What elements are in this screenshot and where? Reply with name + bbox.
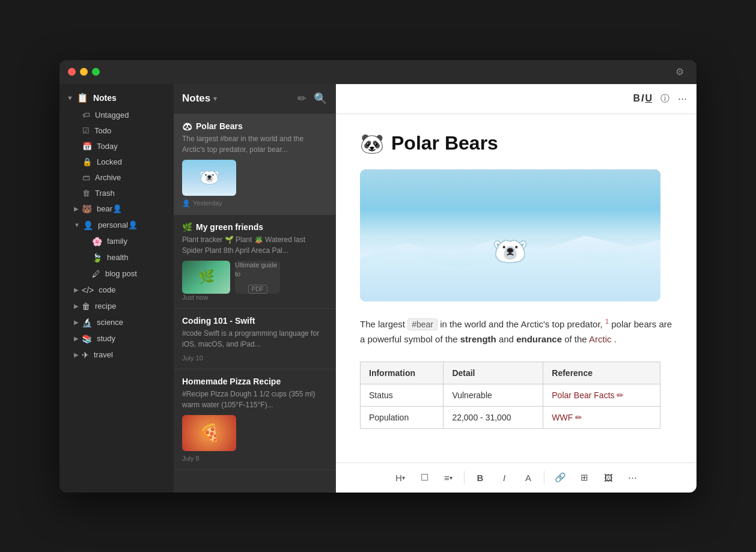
- sidebar-item-todo[interactable]: ☑ Todo: [63, 123, 170, 138]
- notes-list-title-text: Notes: [182, 93, 210, 105]
- family-icon: 🌸: [92, 237, 102, 246]
- sidebar-item-health-label: health: [107, 253, 128, 262]
- settings-icon[interactable]: ⚙: [671, 64, 688, 80]
- app-window: ⚙ ▼ 📋 Notes 🏷 Untagged ☑ Todo 📅 Today: [59, 60, 697, 493]
- table-row-status: Status Vulnerable Polar Bear Facts ✏: [361, 384, 660, 406]
- untagged-icon: 🏷: [82, 111, 90, 120]
- todo-icon: ☑: [82, 126, 90, 135]
- title-bar: ⚙: [59, 60, 697, 84]
- sidebar-item-archive[interactable]: 🗃 Archive: [63, 170, 170, 185]
- pizza-thumbnail: 🍕: [182, 415, 236, 451]
- sidebar-item-blog-post[interactable]: 🖊 blog post: [63, 266, 170, 282]
- sidebar-item-blog-post-label: blog post: [105, 269, 137, 278]
- para-tag: #bear: [407, 318, 437, 330]
- para-bold2: endurance: [516, 334, 562, 344]
- table-header-information: Information: [361, 362, 444, 384]
- more-bottom-button[interactable]: ⋯: [622, 467, 642, 488]
- sidebar-notes-label: Notes: [93, 93, 117, 103]
- para-superscript: 1: [605, 318, 609, 325]
- edit-icon: ✏: [617, 390, 624, 400]
- highlight-button[interactable]: A: [518, 467, 538, 488]
- link-button[interactable]: 🔗: [550, 467, 570, 488]
- notes-list-title: Notes ▾: [182, 93, 297, 105]
- polar-bears-date: 👤 Yesterday: [182, 199, 327, 207]
- heading-button[interactable]: H ▾: [390, 467, 410, 488]
- image-button[interactable]: 🖼: [598, 467, 618, 488]
- note-item-pizza[interactable]: Homemade Pizza Recipe #Recipe Pizza Doug…: [174, 369, 335, 470]
- health-icon: 🍃: [92, 253, 102, 262]
- list-chevron-icon: ▾: [450, 475, 453, 481]
- sidebar-group-personal[interactable]: ▼ 👤 personal 👤: [63, 217, 170, 233]
- sidebar-item-health[interactable]: 🍃 health: [63, 250, 170, 265]
- underline-toolbar-label[interactable]: U: [645, 93, 652, 104]
- note-item-polar-bears[interactable]: 🐼 Polar Bears The largest #bear in the w…: [174, 114, 335, 215]
- coding-date: July 10: [182, 354, 327, 362]
- green-friends-title: 🌿 My green friends: [182, 222, 327, 232]
- table-row-population: Population 22,000 - 31,000 WWF ✏: [361, 406, 660, 428]
- bold-button[interactable]: B: [470, 467, 490, 488]
- sidebar-group-study[interactable]: ▶ 📚 study: [63, 331, 170, 347]
- polar-bears-thumbnail: 🐻‍❄️: [182, 160, 236, 196]
- italic-button[interactable]: I: [494, 467, 514, 488]
- bold-toolbar-label[interactable]: B: [633, 93, 640, 104]
- search-button[interactable]: 🔍: [314, 92, 327, 105]
- table-cell-status-detail: Vulnerable: [444, 384, 543, 406]
- today-icon: 📅: [82, 142, 92, 151]
- more-toolbar-button[interactable]: ⋯: [678, 93, 687, 104]
- para-link[interactable]: Arctic: [589, 334, 612, 344]
- table-button[interactable]: ⊞: [574, 467, 594, 488]
- sidebar-group-code[interactable]: ▶ </> code: [63, 282, 170, 298]
- para-bold1: strength: [460, 334, 496, 344]
- sidebar-item-locked-label: Locked: [97, 157, 122, 166]
- editor-content[interactable]: 🐼 Polar Bears 🐻‍❄️: [336, 114, 697, 463]
- table-icon: ⊞: [581, 472, 588, 483]
- sidebar-group-recipe-label: recipe: [95, 302, 116, 311]
- sidebar-group-recipe[interactable]: ▶ 🗑 recipe: [63, 299, 170, 314]
- sidebar-item-trash-label: Trash: [95, 189, 115, 198]
- personal-group-badge: 👤: [128, 220, 138, 229]
- list-button[interactable]: ≡ ▾: [438, 467, 459, 488]
- polar-bears-emoji: 🐼: [182, 121, 192, 131]
- blog-post-icon: 🖊: [92, 269, 100, 279]
- sidebar-group-study-label: study: [97, 334, 115, 343]
- checkbox-button[interactable]: ☐: [414, 467, 434, 488]
- sidebar-notes-header[interactable]: ▼ 📋 Notes: [59, 89, 174, 107]
- wwf-link[interactable]: WWF ✏: [552, 413, 582, 422]
- sidebar-group-science[interactable]: ▶ 🔬 science: [63, 315, 170, 330]
- sidebar-item-locked[interactable]: 🔒 Locked: [63, 154, 170, 169]
- recipe-group-chevron-icon: ▶: [74, 303, 79, 309]
- title-bar-controls: ⚙: [671, 64, 688, 80]
- italic-toolbar-label[interactable]: I: [641, 93, 644, 104]
- notes-list-actions: ✏ 🔍: [297, 92, 327, 105]
- locked-icon: 🔒: [82, 157, 92, 166]
- close-button[interactable]: [68, 68, 76, 76]
- note-item-green-friends[interactable]: 🌿 My green friends Plant tracker 🌱 Plant…: [174, 215, 335, 309]
- green-friends-date: Just now: [182, 294, 327, 301]
- sidebar-item-family[interactable]: 🌸 family: [63, 234, 170, 249]
- sidebar-item-trash[interactable]: 🗑 Trash: [63, 186, 170, 201]
- more-bottom-icon: ⋯: [628, 472, 637, 483]
- code-group-icon: </>: [82, 285, 94, 295]
- minimize-button[interactable]: [80, 68, 88, 76]
- italic-icon: I: [503, 473, 505, 483]
- new-note-button[interactable]: ✏: [297, 92, 306, 105]
- polar-bear-facts-link[interactable]: Polar Bear Facts ✏: [552, 390, 624, 400]
- info-toolbar-button[interactable]: ⓘ: [660, 93, 669, 105]
- notes-chevron-icon: ▼: [67, 94, 73, 102]
- editor-title: 🐼 Polar Bears: [360, 132, 672, 155]
- sidebar-group-travel[interactable]: ▶ ✈ travel: [63, 347, 170, 363]
- notes-list-chevron-icon: ▾: [213, 95, 217, 103]
- checkbox-icon: ☐: [421, 472, 428, 483]
- sidebar-item-today[interactable]: 📅 Today: [63, 139, 170, 154]
- table-cell-population-info: Population: [361, 406, 444, 428]
- bold-icon: B: [477, 473, 484, 483]
- sidebar-item-untagged[interactable]: 🏷 Untagged: [63, 108, 170, 123]
- maximize-button[interactable]: [92, 68, 100, 76]
- editor-bottom-toolbar: H ▾ ☐ ≡ ▾ B I A: [336, 463, 697, 493]
- sidebar-item-todo-label: Todo: [94, 126, 111, 135]
- note-item-coding[interactable]: Coding 101 - Swift #code Swift is a prog…: [174, 309, 335, 369]
- sidebar-item-today-label: Today: [97, 142, 118, 151]
- para-part5: of the: [564, 334, 589, 344]
- sidebar-group-bear[interactable]: ▶ 🐻 bear 👤: [63, 201, 170, 217]
- study-group-chevron-icon: ▶: [74, 335, 79, 342]
